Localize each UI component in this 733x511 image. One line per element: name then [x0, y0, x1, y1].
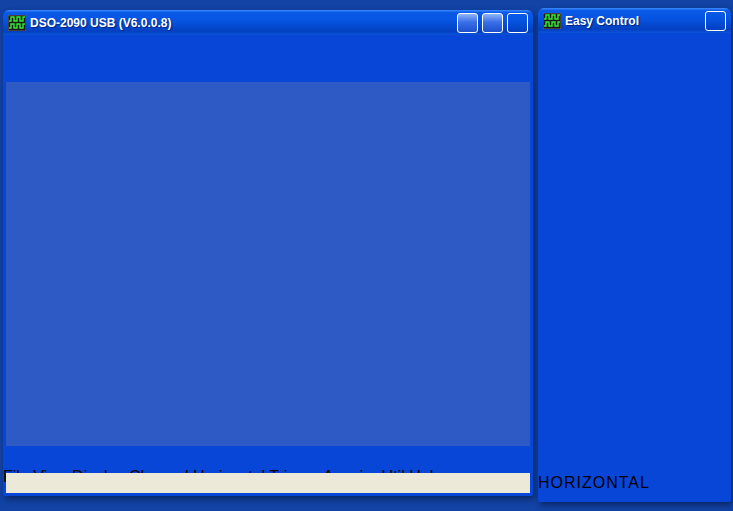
- horizontal-group-label: HORIZONTAL: [538, 474, 650, 491]
- easy-control-window: Easy Control HORIZONTAL Hori Display 2 u…: [538, 8, 731, 502]
- app-icon: [8, 15, 26, 31]
- scope-surround: [6, 82, 530, 446]
- desktop: { "colors": { "desktop": "#1243a5", "cli…: [0, 0, 733, 511]
- close-button[interactable]: [705, 11, 726, 31]
- main-window-title: DSO-2090 USB (V6.0.0.8): [30, 16, 453, 30]
- horizontal-group: HORIZONTAL: [538, 474, 716, 511]
- easy-control-titlebar[interactable]: Easy Control: [538, 8, 731, 33]
- easy-control-client: [538, 8, 725, 474]
- status-bar: [6, 473, 530, 493]
- main-titlebar[interactable]: DSO-2090 USB (V6.0.0.8): [3, 10, 533, 35]
- easy-control-title: Easy Control: [565, 14, 701, 28]
- app-icon: [543, 13, 561, 29]
- minimize-button[interactable]: [457, 13, 478, 33]
- main-window: DSO-2090 USB (V6.0.0.8) File View Displa…: [3, 10, 533, 496]
- close-button[interactable]: [507, 13, 528, 33]
- maximize-button[interactable]: [482, 13, 503, 33]
